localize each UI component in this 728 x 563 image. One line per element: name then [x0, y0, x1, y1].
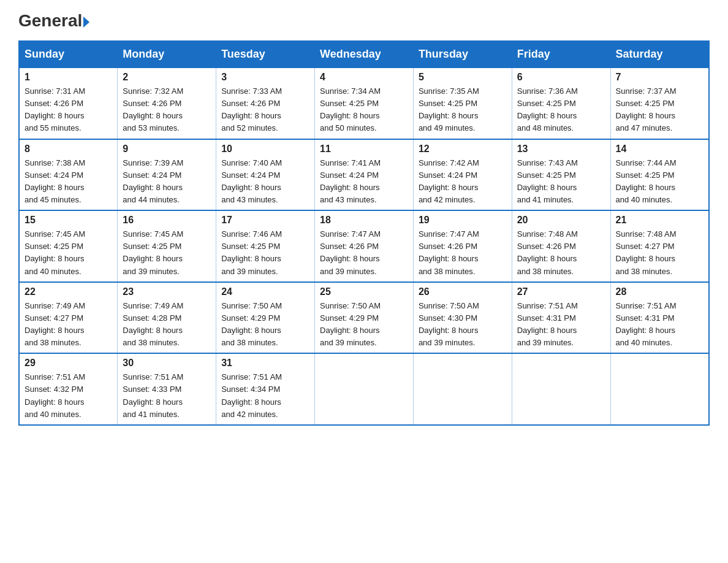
day-number: 23	[123, 286, 211, 297]
day-number: 19	[419, 215, 507, 226]
table-row: 11 Sunrise: 7:41 AMSunset: 4:24 PMDaylig…	[315, 139, 414, 211]
day-info: Sunrise: 7:41 AMSunset: 4:24 PMDaylight:…	[320, 157, 408, 207]
table-row: 29 Sunrise: 7:51 AMSunset: 4:32 PMDaylig…	[19, 353, 118, 425]
day-number: 31	[221, 358, 309, 369]
day-number: 6	[517, 72, 605, 83]
day-info: Sunrise: 7:33 AMSunset: 4:26 PMDaylight:…	[221, 85, 309, 135]
day-number: 27	[517, 286, 605, 297]
table-row: 14 Sunrise: 7:44 AMSunset: 4:25 PMDaylig…	[610, 139, 709, 211]
table-row: 4 Sunrise: 7:34 AMSunset: 4:25 PMDayligh…	[315, 67, 414, 139]
col-saturday: Saturday	[610, 41, 709, 67]
day-number: 29	[25, 358, 112, 369]
calendar-week-row: 15 Sunrise: 7:45 AMSunset: 4:25 PMDaylig…	[19, 210, 709, 282]
day-info: Sunrise: 7:44 AMSunset: 4:25 PMDaylight:…	[616, 157, 703, 207]
day-info: Sunrise: 7:45 AMSunset: 4:25 PMDaylight:…	[123, 228, 211, 278]
day-number: 1	[25, 72, 112, 83]
table-row: 8 Sunrise: 7:38 AMSunset: 4:24 PMDayligh…	[19, 139, 118, 211]
day-number: 26	[419, 286, 507, 297]
table-row: 3 Sunrise: 7:33 AMSunset: 4:26 PMDayligh…	[216, 67, 315, 139]
table-row: 23 Sunrise: 7:49 AMSunset: 4:28 PMDaylig…	[118, 282, 216, 354]
table-row: 31 Sunrise: 7:51 AMSunset: 4:34 PMDaylig…	[216, 353, 315, 425]
col-tuesday: Tuesday	[216, 41, 315, 67]
col-sunday: Sunday	[19, 41, 118, 67]
day-number: 24	[221, 286, 309, 297]
day-info: Sunrise: 7:36 AMSunset: 4:25 PMDaylight:…	[517, 85, 605, 135]
day-number: 7	[616, 72, 703, 83]
calendar-week-row: 22 Sunrise: 7:49 AMSunset: 4:27 PMDaylig…	[19, 282, 709, 354]
day-info: Sunrise: 7:51 AMSunset: 4:31 PMDaylight:…	[616, 300, 703, 350]
table-row: 24 Sunrise: 7:50 AMSunset: 4:29 PMDaylig…	[216, 282, 315, 354]
day-info: Sunrise: 7:32 AMSunset: 4:26 PMDaylight:…	[123, 85, 211, 135]
day-number: 18	[320, 215, 408, 226]
day-info: Sunrise: 7:50 AMSunset: 4:29 PMDaylight:…	[320, 300, 408, 350]
day-info: Sunrise: 7:38 AMSunset: 4:24 PMDaylight:…	[25, 157, 112, 207]
page-header: General	[18, 12, 710, 29]
logo-arrow-icon	[83, 17, 89, 28]
table-row: 28 Sunrise: 7:51 AMSunset: 4:31 PMDaylig…	[610, 282, 709, 354]
table-row: 25 Sunrise: 7:50 AMSunset: 4:29 PMDaylig…	[315, 282, 414, 354]
day-number: 4	[320, 72, 408, 83]
table-row: 21 Sunrise: 7:48 AMSunset: 4:27 PMDaylig…	[610, 210, 709, 282]
day-info: Sunrise: 7:37 AMSunset: 4:25 PMDaylight:…	[616, 85, 703, 135]
table-row	[413, 353, 512, 425]
col-monday: Monday	[118, 41, 216, 67]
day-info: Sunrise: 7:43 AMSunset: 4:25 PMDaylight:…	[517, 157, 605, 207]
day-info: Sunrise: 7:50 AMSunset: 4:30 PMDaylight:…	[419, 300, 507, 350]
table-row: 17 Sunrise: 7:46 AMSunset: 4:25 PMDaylig…	[216, 210, 315, 282]
day-number: 9	[123, 144, 211, 155]
day-number: 28	[616, 286, 703, 297]
table-row: 5 Sunrise: 7:35 AMSunset: 4:25 PMDayligh…	[413, 67, 512, 139]
table-row: 2 Sunrise: 7:32 AMSunset: 4:26 PMDayligh…	[118, 67, 216, 139]
col-wednesday: Wednesday	[315, 41, 414, 67]
day-info: Sunrise: 7:51 AMSunset: 4:34 PMDaylight:…	[221, 371, 309, 421]
day-info: Sunrise: 7:34 AMSunset: 4:25 PMDaylight:…	[320, 85, 408, 135]
day-info: Sunrise: 7:39 AMSunset: 4:24 PMDaylight:…	[123, 157, 211, 207]
table-row: 30 Sunrise: 7:51 AMSunset: 4:33 PMDaylig…	[118, 353, 216, 425]
table-row: 22 Sunrise: 7:49 AMSunset: 4:27 PMDaylig…	[19, 282, 118, 354]
calendar-week-row: 29 Sunrise: 7:51 AMSunset: 4:32 PMDaylig…	[19, 353, 709, 425]
col-thursday: Thursday	[413, 41, 512, 67]
day-info: Sunrise: 7:47 AMSunset: 4:26 PMDaylight:…	[320, 228, 408, 278]
table-row: 9 Sunrise: 7:39 AMSunset: 4:24 PMDayligh…	[118, 139, 216, 211]
table-row: 20 Sunrise: 7:48 AMSunset: 4:26 PMDaylig…	[512, 210, 610, 282]
day-info: Sunrise: 7:51 AMSunset: 4:31 PMDaylight:…	[517, 300, 605, 350]
logo-general: General	[18, 11, 82, 30]
table-row: 12 Sunrise: 7:42 AMSunset: 4:24 PMDaylig…	[413, 139, 512, 211]
table-row: 10 Sunrise: 7:40 AMSunset: 4:24 PMDaylig…	[216, 139, 315, 211]
calendar-week-row: 1 Sunrise: 7:31 AMSunset: 4:26 PMDayligh…	[19, 67, 709, 139]
day-number: 30	[123, 358, 211, 369]
day-number: 15	[25, 215, 112, 226]
table-row: 27 Sunrise: 7:51 AMSunset: 4:31 PMDaylig…	[512, 282, 610, 354]
col-friday: Friday	[512, 41, 610, 67]
table-row: 1 Sunrise: 7:31 AMSunset: 4:26 PMDayligh…	[19, 67, 118, 139]
day-number: 12	[419, 144, 507, 155]
day-info: Sunrise: 7:49 AMSunset: 4:28 PMDaylight:…	[123, 300, 211, 350]
day-number: 10	[221, 144, 309, 155]
table-row: 26 Sunrise: 7:50 AMSunset: 4:30 PMDaylig…	[413, 282, 512, 354]
day-number: 3	[221, 72, 309, 83]
logo: General	[18, 12, 89, 29]
day-info: Sunrise: 7:49 AMSunset: 4:27 PMDaylight:…	[25, 300, 112, 350]
calendar-week-row: 8 Sunrise: 7:38 AMSunset: 4:24 PMDayligh…	[19, 139, 709, 211]
table-row: 16 Sunrise: 7:45 AMSunset: 4:25 PMDaylig…	[118, 210, 216, 282]
table-row: 7 Sunrise: 7:37 AMSunset: 4:25 PMDayligh…	[610, 67, 709, 139]
day-number: 22	[25, 286, 112, 297]
day-info: Sunrise: 7:50 AMSunset: 4:29 PMDaylight:…	[221, 300, 309, 350]
day-number: 25	[320, 286, 408, 297]
day-info: Sunrise: 7:42 AMSunset: 4:24 PMDaylight:…	[419, 157, 507, 207]
table-row: 6 Sunrise: 7:36 AMSunset: 4:25 PMDayligh…	[512, 67, 610, 139]
table-row	[610, 353, 709, 425]
day-number: 2	[123, 72, 211, 83]
day-info: Sunrise: 7:51 AMSunset: 4:32 PMDaylight:…	[25, 371, 112, 421]
calendar-header-row: Sunday Monday Tuesday Wednesday Thursday…	[19, 41, 709, 67]
day-info: Sunrise: 7:46 AMSunset: 4:25 PMDaylight:…	[221, 228, 309, 278]
day-info: Sunrise: 7:31 AMSunset: 4:26 PMDaylight:…	[25, 85, 112, 135]
day-info: Sunrise: 7:45 AMSunset: 4:25 PMDaylight:…	[25, 228, 112, 278]
day-number: 13	[517, 144, 605, 155]
calendar-table: Sunday Monday Tuesday Wednesday Thursday…	[18, 40, 710, 426]
day-info: Sunrise: 7:35 AMSunset: 4:25 PMDaylight:…	[419, 85, 507, 135]
day-info: Sunrise: 7:47 AMSunset: 4:26 PMDaylight:…	[419, 228, 507, 278]
day-number: 21	[616, 215, 703, 226]
table-row: 19 Sunrise: 7:47 AMSunset: 4:26 PMDaylig…	[413, 210, 512, 282]
day-number: 20	[517, 215, 605, 226]
